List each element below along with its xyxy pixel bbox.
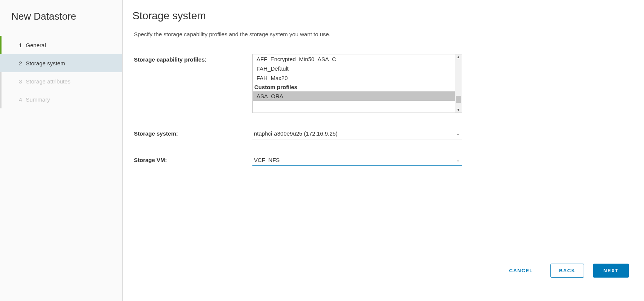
step-label: Storage system [26,60,65,66]
back-button[interactable]: BACK [550,264,584,278]
scroll-thumb[interactable] [456,96,461,103]
profile-option[interactable]: FAH_Default [253,64,462,73]
step-label: Summary [26,96,50,103]
step-number: 3 [19,78,22,85]
wizard-main-panel: Storage system Specify the storage capab… [123,0,644,301]
step-number: 1 [19,42,22,48]
row-storage-vm: Storage VM: VCF_NFS ⌄ [134,154,629,166]
wizard-step-summary: 4 Summary [0,90,122,108]
profile-option[interactable]: AFF_Encrypted_Min50_ASA_C [253,54,462,64]
profiles-scrollbar[interactable]: ▲ ▼ [455,54,462,113]
storage-system-value[interactable]: ntaphci-a300e9u25 (172.16.9.25) [252,128,462,139]
step-label: Storage attributes [26,78,70,85]
step-label: General [26,42,46,48]
page-title: Storage system [132,10,629,22]
storage-vm-select[interactable]: VCF_NFS ⌄ [252,154,462,166]
profile-option-selected[interactable]: ASA_ORA [253,91,462,101]
storage-vm-value[interactable]: VCF_NFS [252,154,462,166]
step-number: 2 [19,60,22,66]
wizard-button-bar: CANCEL BACK NEXT [501,264,629,278]
next-button[interactable]: NEXT [593,264,629,278]
label-storage-vm: Storage VM: [134,154,252,163]
wizard-title: New Datastore [0,11,122,36]
label-storage-system: Storage system: [134,128,252,137]
scroll-up-icon[interactable]: ▲ [456,55,460,59]
cancel-button[interactable]: CANCEL [501,264,541,277]
wizard-step-list: 1 General 2 Storage system 3 Storage att… [0,36,122,108]
wizard-sidebar: New Datastore 1 General 2 Storage system… [0,0,123,301]
label-profiles: Storage capability profiles: [134,54,252,63]
step-number: 4 [19,96,22,103]
profiles-scroll-area: AFF_Encrypted_Min50_ASA_C FAH_Default FA… [253,54,462,113]
profile-option[interactable]: FAH_Max20 [253,73,462,83]
profile-section-header: Custom profiles [253,83,462,91]
wizard-step-storage-attributes: 3 Storage attributes [0,72,122,90]
wizard-step-storage-system[interactable]: 2 Storage system [0,54,122,72]
profiles-listbox[interactable]: AFF_Encrypted_Min50_ASA_C FAH_Default FA… [252,54,462,113]
storage-system-select[interactable]: ntaphci-a300e9u25 (172.16.9.25) ⌄ [252,128,462,139]
row-storage-system: Storage system: ntaphci-a300e9u25 (172.1… [134,128,629,139]
page-subtitle: Specify the storage capability profiles … [134,31,629,37]
row-profiles: Storage capability profiles: AFF_Encrypt… [134,54,629,113]
wizard-step-general[interactable]: 1 General [0,36,122,54]
scroll-down-icon[interactable]: ▼ [456,108,460,112]
